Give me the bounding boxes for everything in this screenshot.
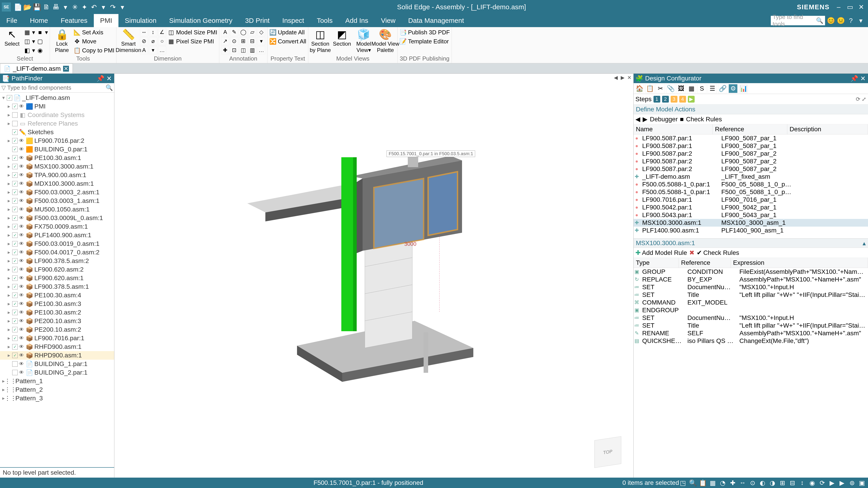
twisty-icon[interactable]: ▸ <box>7 206 11 213</box>
ann-icon[interactable]: ▥ <box>248 46 256 54</box>
twisty-icon[interactable]: ▸ <box>7 181 11 187</box>
twisty-icon[interactable]: ▸ <box>7 155 11 161</box>
happy-face-icon[interactable]: 😊 <box>827 17 835 25</box>
dim-icon[interactable]: A <box>140 46 148 54</box>
tree-item[interactable]: ▸✓👁📦RHPD900.asm:1 <box>0 351 114 360</box>
ann-icon[interactable]: ✚ <box>221 46 229 54</box>
twisty-icon[interactable]: ▸ <box>7 241 11 247</box>
select-opt-4[interactable]: ■▾ <box>36 28 48 37</box>
tree-item[interactable]: ▸✓👁📦F500.03.0003_2.asm:1 <box>0 188 114 197</box>
eye-icon[interactable]: 👁 <box>19 361 24 367</box>
tree-item[interactable]: ▸✓👁📦TPA.900.00.asm:1 <box>0 171 114 180</box>
refresh-icon[interactable]: ⟳ <box>856 96 860 102</box>
rule-row[interactable]: ●LF900.5087.par:2LF900_5087_par_2 <box>633 165 868 173</box>
viewport[interactable]: ◀ ▶ ✕ <box>114 74 633 478</box>
ann-icon[interactable]: ⊞ <box>239 37 247 45</box>
tree-item[interactable]: ▸✓👁📦RHFD900.asm:1 <box>0 343 114 351</box>
checkbox[interactable] <box>12 370 18 375</box>
rule-row[interactable]: ●LF900.5087.par:1LF900_5087_par_1 <box>633 142 868 150</box>
pixel-size-pmi[interactable]: ▦Pixel Size PMI <box>167 37 217 46</box>
tree-item[interactable]: ▸⋮⋮Pattern_1 <box>0 377 114 385</box>
checkbox[interactable] <box>12 121 18 126</box>
dim-icon[interactable]: ∠ <box>158 28 166 36</box>
dc-grid[interactable]: ●LF900.5087.par:1LF900_5087_par_1●LF900.… <box>633 134 868 238</box>
twisty-icon[interactable]: ▸ <box>7 103 11 109</box>
checkbox[interactable]: ✓ <box>12 104 18 109</box>
tree-item[interactable]: ▸✓👁📦PE100.30.asm:1 <box>0 154 114 162</box>
eye-icon[interactable]: 👁 <box>19 267 24 272</box>
check-rules-2[interactable]: ✔Check Rules <box>697 249 739 256</box>
twisty-icon[interactable]: ▸ <box>7 318 11 324</box>
ann-icon[interactable]: A <box>221 28 229 36</box>
twisty-icon[interactable]: ▸ <box>7 224 11 230</box>
ann-icon[interactable]: ✎ <box>230 28 238 36</box>
dc-tool-S[interactable]: S <box>698 84 706 93</box>
col-reference[interactable]: Reference <box>713 124 787 134</box>
ann-icon[interactable]: ⊡ <box>230 46 238 54</box>
rule-row[interactable]: ●LF900.5043.par:1LF900_5043_par_1 <box>633 211 868 219</box>
detail-row[interactable]: ≔SETDocumentNumber"MSX100."+Input.H <box>633 314 868 322</box>
checkbox[interactable]: ✓ <box>12 258 18 264</box>
tab-view[interactable]: View <box>375 14 402 27</box>
checkbox[interactable]: ✓ <box>12 250 18 255</box>
checkbox[interactable]: ✓ <box>12 293 18 298</box>
ann-icon[interactable]: … <box>257 46 266 54</box>
dc-tool-stack[interactable]: ☰ <box>708 84 717 93</box>
eye-icon[interactable]: 👁 <box>19 241 24 247</box>
col-reference2[interactable]: Reference <box>679 258 731 268</box>
tree-item[interactable]: 👁📄BUILDING_1.par:1 <box>0 360 114 368</box>
tree-item[interactable]: ▸✓👁📦F500.03.0003_1.asm:1 <box>0 197 114 205</box>
detail-row[interactable]: ✎RENAMESELFAssemblyPath+"MSX100."+NameH+… <box>633 329 868 337</box>
checkbox[interactable]: ✓ <box>12 318 18 324</box>
dc-tool-home[interactable]: 🏠 <box>635 84 644 93</box>
folder-open-icon[interactable]: 📂 <box>24 3 31 11</box>
eye-icon[interactable]: 👁 <box>19 198 24 204</box>
tree-item[interactable]: ▸✓👁📦PE100.30.asm:3 <box>0 300 114 308</box>
rule-row[interactable]: ●LF900.5087.par:2LF900_5087_par_2 <box>633 150 868 158</box>
search-input[interactable] <box>7 84 104 91</box>
rule-row[interactable]: ✚_LIFT-demo.asm_LIFT_fixed_asm <box>633 173 868 181</box>
twisty-icon[interactable]: ▸ <box>7 258 11 264</box>
status-icon[interactable]: ⟳ <box>818 479 826 487</box>
status-icon[interactable]: ◉ <box>808 479 816 487</box>
col-name[interactable]: Name <box>633 124 713 134</box>
tree-item[interactable]: ▸✓👁📦F500.03.0009L_0.asm:1 <box>0 214 114 222</box>
detail-row[interactable]: ▣GROUPCONDITIONFileExist(AssemblyPath+"M… <box>633 268 868 275</box>
status-icon[interactable]: ▶ <box>838 479 846 487</box>
tree-item[interactable]: ▸⋮⋮Pattern_2 <box>0 385 114 394</box>
detail-row[interactable]: ≔SETTitle"Left lift pillar "+W+" "+IIF(I… <box>633 322 868 329</box>
checkbox[interactable]: ✓ <box>12 172 18 178</box>
tree-item[interactable]: ▸✓👁📦F500.04.0017_0.asm:2 <box>0 248 114 257</box>
dc-tool-gear[interactable]: ⚙ <box>728 84 738 93</box>
copy-to-pmi-button[interactable]: 📋Copy to PMI <box>73 46 114 55</box>
col-description[interactable]: Description <box>787 124 868 134</box>
tab-home[interactable]: Home <box>24 14 54 27</box>
tool-search[interactable]: Type to find tools 🔍 <box>771 16 825 25</box>
checkbox[interactable]: ✓ <box>12 335 18 341</box>
detail-row[interactable]: ≔SETDocumentNumber"MSX100."+Input.H <box>633 283 868 291</box>
twisty-icon[interactable]: ▸ <box>7 198 11 204</box>
step-1[interactable]: 1 <box>653 96 660 103</box>
smart-dimension-button[interactable]: 📏Smart Dimension <box>118 28 138 53</box>
ann-icon[interactable]: ◇ <box>257 28 266 36</box>
navigation-cube[interactable]: TOP <box>594 436 621 468</box>
dim-icon[interactable]: ↕ <box>149 28 157 36</box>
step-3[interactable]: 3 <box>671 96 677 103</box>
checkbox[interactable]: ✓ <box>12 138 18 143</box>
checkbox[interactable]: ✓ <box>12 129 18 135</box>
tree-item[interactable]: ▸⋮⋮Pattern_3 <box>0 394 114 402</box>
tree-item[interactable]: ▸◧Coordinate Systems <box>0 111 114 119</box>
sub-debugger[interactable]: Debugger <box>650 116 678 123</box>
checkbox[interactable]: ✓ <box>12 232 18 238</box>
status-icon[interactable]: ▶ <box>828 479 836 487</box>
settings-icon[interactable]: ✳ <box>71 3 79 11</box>
checkbox[interactable]: ✓ <box>12 147 18 152</box>
eye-icon[interactable]: 👁 <box>19 164 24 169</box>
tab-file[interactable]: File <box>0 14 24 27</box>
minimize-button[interactable]: – <box>834 2 843 11</box>
eye-icon[interactable]: 👁 <box>19 103 24 109</box>
checkbox[interactable]: ✓ <box>12 198 18 203</box>
close-tab-icon[interactable]: ✕ <box>63 66 69 72</box>
dc-tool-copy[interactable]: ✂ <box>656 84 665 93</box>
sub-prev[interactable]: ◀ <box>636 116 640 123</box>
